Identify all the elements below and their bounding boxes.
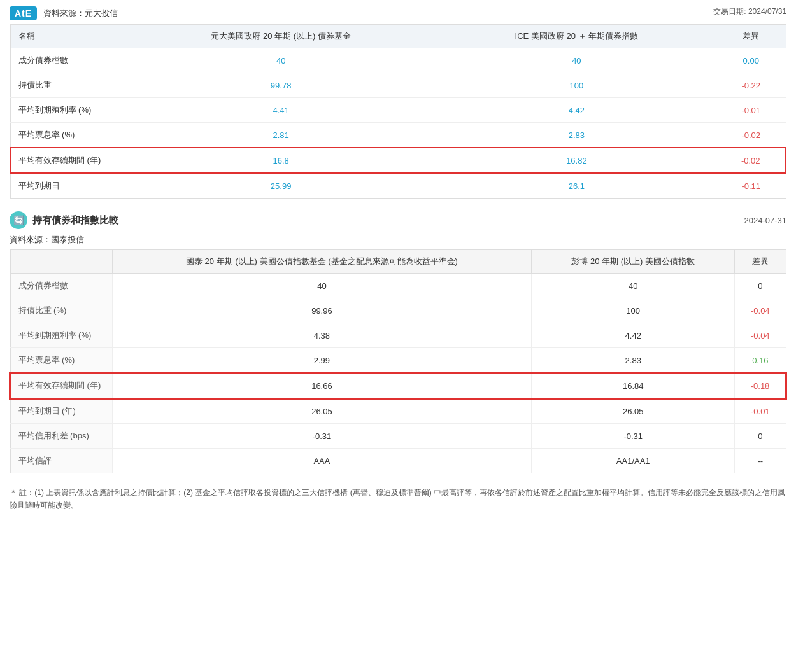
source-label-2: 資料來源：國泰投信 xyxy=(10,234,786,246)
section2-date: 2024-07-31 xyxy=(744,216,787,225)
t1-row-diff: -0.02 xyxy=(716,148,786,173)
t1-row-label: 持債比重 xyxy=(10,73,125,98)
t2-row-label: 成分債券檔數 xyxy=(10,274,112,298)
t2-row-diff: 0 xyxy=(735,424,786,449)
t2-row-v2: 2.83 xyxy=(532,348,735,374)
col4-header: 差異 xyxy=(716,25,786,48)
trade-date: 交易日期: 2024/07/31 xyxy=(713,6,786,17)
t1-row-v1: 99.78 xyxy=(125,73,437,98)
t2-row-label: 平均信評 xyxy=(10,449,112,473)
t1-row-diff: 0.00 xyxy=(716,48,786,73)
t1-row-diff: -0.11 xyxy=(716,173,786,199)
t2-row-v1: 4.38 xyxy=(112,323,532,348)
t2-row-diff: 0 xyxy=(735,274,786,298)
footnote: ＊ 註：(1) 上表資訊係以含應計利息之持債比計算；(2) 基金之平均信評取各投… xyxy=(10,486,786,512)
t2-row-label: 平均有效存續期間 (年) xyxy=(10,373,112,398)
t2-row-diff: -0.04 xyxy=(735,298,786,323)
t2-row-v2: 100 xyxy=(532,298,735,323)
t2-row-v2: 16.84 xyxy=(532,373,735,398)
t2-row-v1: AAA xyxy=(112,449,532,473)
section2-icon: 🔄 xyxy=(10,211,27,229)
t1-row-v2: 16.82 xyxy=(437,148,716,173)
t2-row-v2: 40 xyxy=(532,274,735,298)
t1-row-diff: -0.22 xyxy=(716,73,786,98)
t1-row-v2: 4.42 xyxy=(437,98,716,123)
t2-row-v2: 4.42 xyxy=(532,323,735,348)
t2-row-v2: -0.31 xyxy=(532,424,735,449)
t1-row-label: 成分債券檔數 xyxy=(10,48,125,73)
table1-section: 名稱 元大美國政府 20 年期 (以上) 債券基金 ICE 美國政府 20 ＋ … xyxy=(10,24,786,199)
t2-col4-header: 差異 xyxy=(735,250,786,274)
t1-row-v1: 2.81 xyxy=(125,123,437,148)
t1-row-v2: 40 xyxy=(437,48,716,73)
col2-header: 元大美國政府 20 年期 (以上) 債券基金 xyxy=(125,25,437,48)
source-label-1: 資料來源：元大投信 xyxy=(43,8,118,19)
t2-row-v1: 2.99 xyxy=(112,348,532,374)
t2-row-v1: 26.05 xyxy=(112,398,532,424)
t1-row-label: 平均有效存續期間 (年) xyxy=(10,148,125,173)
t1-row-v1: 16.8 xyxy=(125,148,437,173)
col3-header: ICE 美國政府 20 ＋ 年期債券指數 xyxy=(437,25,716,48)
section2-title: 🔄 持有債券和指數比較 xyxy=(10,211,118,229)
section2-header: 🔄 持有債券和指數比較 2024-07-31 xyxy=(10,211,786,229)
comparison-table-1: 名稱 元大美國政府 20 年期 (以上) 債券基金 ICE 美國政府 20 ＋ … xyxy=(10,24,786,199)
t2-row-label: 持債比重 (%) xyxy=(10,298,112,323)
t1-row-label: 平均到期殖利率 (%) xyxy=(10,98,125,123)
t2-row-label: 平均票息率 (%) xyxy=(10,348,112,374)
t2-col1-header xyxy=(10,250,112,274)
t1-row-v2: 2.83 xyxy=(437,123,716,148)
t2-row-diff: 0.16 xyxy=(735,348,786,374)
t1-row-label: 平均票息率 (%) xyxy=(10,123,125,148)
t2-row-label: 平均到期日 (年) xyxy=(10,398,112,424)
t2-row-diff: -- xyxy=(735,449,786,473)
t1-row-diff: -0.02 xyxy=(716,123,786,148)
section2-title-text: 持有債券和指數比較 xyxy=(32,214,118,227)
t2-row-label: 平均到期殖利率 (%) xyxy=(10,323,112,348)
t2-row-v2: AA1/AA1 xyxy=(532,449,735,473)
col1-header: 名稱 xyxy=(10,25,125,48)
t1-row-v2: 100 xyxy=(437,73,716,98)
t1-row-v2: 26.1 xyxy=(437,173,716,199)
t2-row-label: 平均信用利差 (bps) xyxy=(10,424,112,449)
t2-col2-header: 國泰 20 年期 (以上) 美國公債指數基金 (基金之配息來源可能為收益平準金) xyxy=(112,250,532,274)
t2-row-v1: 16.66 xyxy=(112,373,532,398)
t1-row-diff: -0.01 xyxy=(716,98,786,123)
page-header: AtE 資料來源：元大投信 交易日期: 2024/07/31 xyxy=(10,6,786,20)
t2-row-diff: -0.04 xyxy=(735,323,786,348)
t2-row-diff: -0.01 xyxy=(735,398,786,424)
t2-row-v1: -0.31 xyxy=(112,424,532,449)
t1-row-v1: 40 xyxy=(125,48,437,73)
t1-row-label: 平均到期日 xyxy=(10,173,125,199)
t2-col3-header: 彭博 20 年期 (以上) 美國公債指數 xyxy=(532,250,735,274)
t2-row-v1: 40 xyxy=(112,274,532,298)
t2-row-diff: -0.18 xyxy=(735,373,786,398)
logo: AtE xyxy=(10,6,37,20)
comparison-table-2: 國泰 20 年期 (以上) 美國公債指數基金 (基金之配息來源可能為收益平準金)… xyxy=(10,249,786,473)
t1-row-v1: 4.41 xyxy=(125,98,437,123)
t2-row-v1: 99.96 xyxy=(112,298,532,323)
t2-row-v2: 26.05 xyxy=(532,398,735,424)
table2-section: 資料來源：國泰投信 國泰 20 年期 (以上) 美國公債指數基金 (基金之配息來… xyxy=(10,234,786,473)
t1-row-v1: 25.99 xyxy=(125,173,437,199)
